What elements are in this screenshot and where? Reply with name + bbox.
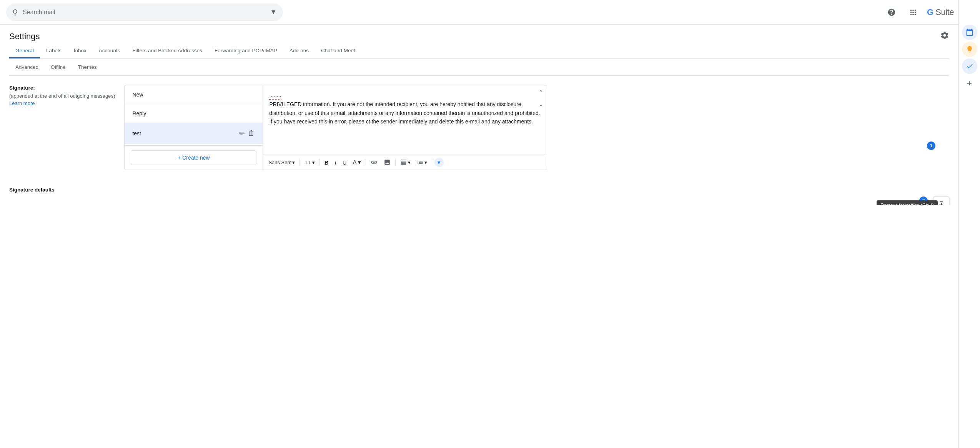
add-sidebar-button[interactable]: + xyxy=(967,78,972,88)
editor-scroll-buttons: ⌃ ⌄ xyxy=(534,85,547,111)
scroll-up-button[interactable]: ⌃ xyxy=(535,87,546,98)
signature-defaults-section: Signature defaults xyxy=(9,179,949,205)
sig-item-test[interactable]: test ✏ 🗑 xyxy=(125,123,263,144)
sig-item-test-label: test xyxy=(132,130,239,137)
toolbar-separator2 xyxy=(319,159,320,166)
sig-item-test-actions: ✏ 🗑 xyxy=(239,129,255,138)
search-bar: ⚲ ▼ xyxy=(6,3,283,21)
signature-label-section: Signature: (appended at the end of all o… xyxy=(9,85,124,170)
font-size-button[interactable]: TT ▾ xyxy=(302,158,317,167)
tabs-row1: General Labels Inbox Accounts Filters an… xyxy=(9,44,949,59)
apps-button[interactable] xyxy=(905,5,921,20)
search-dropdown-icon[interactable]: ▼ xyxy=(270,8,277,16)
align-button[interactable]: ▾ xyxy=(398,157,413,167)
italic-button[interactable]: I xyxy=(332,158,338,167)
search-input[interactable] xyxy=(23,9,265,16)
badge-1[interactable]: 1 xyxy=(927,142,935,150)
badge-2[interactable]: 2 xyxy=(919,197,928,205)
bold-button[interactable]: B xyxy=(322,158,331,167)
toolbar-separator5 xyxy=(432,159,432,166)
help-button[interactable] xyxy=(884,5,899,20)
calendar-icon[interactable] xyxy=(962,25,977,40)
font-dropdown-icon: ▾ xyxy=(292,160,295,165)
tab-general[interactable]: General xyxy=(9,44,40,58)
settings-header: Settings xyxy=(9,25,949,44)
sig-list-footer: + Create new xyxy=(125,145,263,170)
topbar: ⚲ ▼ G Suite L xyxy=(0,0,980,25)
editor-text: PRIVILEGED information. If you are not t… xyxy=(269,101,540,125)
tab-chat[interactable]: Chat and Meet xyxy=(315,44,361,58)
tab-addons[interactable]: Add-ons xyxy=(283,44,315,58)
editor-content[interactable]: ········ PRIVILEGED information. If you … xyxy=(263,85,547,155)
remove-format-button[interactable]: T̅ xyxy=(935,198,947,205)
tab-inbox[interactable]: Inbox xyxy=(68,44,93,58)
settings-gear-icon[interactable] xyxy=(940,31,949,42)
more-options-button[interactable]: ▾ xyxy=(434,158,444,167)
signature-panel: New Reply test ✏ 🗑 + Create new xyxy=(124,85,547,170)
sig-item-reply[interactable]: Reply xyxy=(125,104,263,123)
editor-toolbar: Sans Serif ▾ TT ▾ B I U A ▾ xyxy=(263,155,547,170)
underline-button[interactable]: U xyxy=(340,158,349,167)
tasks-icon[interactable] xyxy=(962,58,977,74)
tab-accounts[interactable]: Accounts xyxy=(93,44,126,58)
learn-more-link[interactable]: Learn more xyxy=(9,100,35,106)
settings-container: Settings General Labels Inbox Accounts F… xyxy=(0,25,958,205)
signature-sublabel: (appended at the end of all outgoing mes… xyxy=(9,92,115,100)
toolbar-separator3 xyxy=(366,159,366,166)
scroll-down-button[interactable]: ⌄ xyxy=(535,98,546,109)
toolbar-separator4 xyxy=(395,159,396,166)
signature-label-title: Signature: xyxy=(9,85,115,91)
signature-defaults-title: Signature defaults xyxy=(9,187,949,193)
list-button[interactable]: ▾ xyxy=(414,157,429,167)
extended-toolbar: T̅ xyxy=(933,197,949,205)
gsuite-logo: G Suite xyxy=(927,7,954,17)
sig-item-reply-label: Reply xyxy=(132,110,255,117)
link-button[interactable] xyxy=(368,157,380,167)
settings-title: Settings xyxy=(9,32,40,42)
tab-advanced[interactable]: Advanced xyxy=(9,61,45,73)
keep-icon[interactable] xyxy=(962,42,977,57)
edit-icon[interactable]: ✏ xyxy=(239,129,245,138)
signature-editor: ········ PRIVILEGED information. If you … xyxy=(263,85,547,170)
create-new-button[interactable]: + Create new xyxy=(131,150,256,165)
tab-forwarding[interactable]: Forwarding and POP/IMAP xyxy=(208,44,283,58)
tabs-row2: Advanced Offline Themes xyxy=(9,59,949,76)
sig-item-new-label: New xyxy=(132,92,255,98)
text-color-button[interactable]: A ▾ xyxy=(350,157,363,167)
tab-offline[interactable]: Offline xyxy=(45,61,72,73)
content-area: Signature: (appended at the end of all o… xyxy=(9,76,949,179)
font-family-button[interactable]: Sans Serif ▾ xyxy=(266,158,297,167)
search-icon: ⚲ xyxy=(12,8,18,17)
right-sidebar: + xyxy=(958,0,980,205)
signature-list: New Reply test ✏ 🗑 + Create new xyxy=(125,85,263,170)
toolbar-separator xyxy=(299,159,300,166)
tab-themes[interactable]: Themes xyxy=(72,61,103,73)
sig-item-new[interactable]: New xyxy=(125,85,263,104)
tab-filters[interactable]: Filters and Blocked Addresses xyxy=(126,44,208,58)
image-button[interactable] xyxy=(381,157,393,167)
delete-icon[interactable]: 🗑 xyxy=(248,129,255,138)
tab-labels[interactable]: Labels xyxy=(40,44,68,58)
